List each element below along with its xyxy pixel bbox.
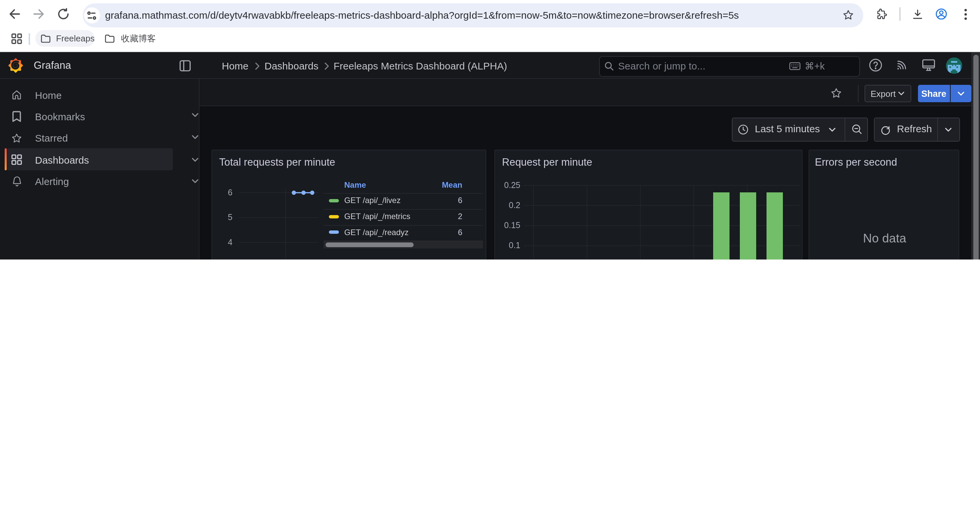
svg-text:0.25: 0.25 [504,180,520,189]
svg-text:0.2: 0.2 [509,200,520,209]
svg-text:5: 5 [228,212,232,222]
svg-text:6: 6 [228,187,232,197]
svg-text:4: 4 [228,237,232,246]
svg-text:0.1: 0.1 [509,240,520,249]
svg-text:0.15: 0.15 [504,220,520,230]
